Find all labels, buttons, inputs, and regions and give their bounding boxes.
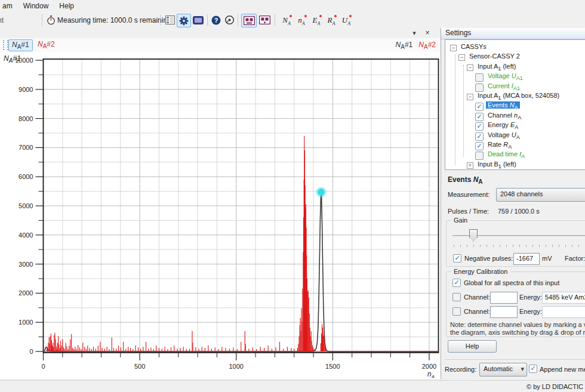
tree-item: −Input A1 (left) xyxy=(467,62,518,72)
svg-text:7000: 7000 xyxy=(19,144,33,151)
calibration-note-line-1: Note: determine channel values by markin… xyxy=(450,321,585,328)
tree-item-label[interactable]: CASSYs xyxy=(459,43,488,50)
gain-groupbox: Gain ✓ Negative pulses: -1667 mV Factor:… xyxy=(446,220,585,267)
help-button[interactable]: Help xyxy=(448,340,497,353)
tree-item: −Sensor-CASSY 2 xyxy=(458,52,522,61)
energy-calibration-groupbox: Energy Calibration ✓ Global for all spec… xyxy=(446,271,585,337)
tree-item-label[interactable]: Input B1 (left) xyxy=(476,160,518,168)
global-spectra-checkbox[interactable]: ✓ xyxy=(452,279,461,287)
negative-pulses-input[interactable]: -1667 xyxy=(513,253,540,265)
plot-area[interactable]: 0100020003000400050006000700080009000100… xyxy=(0,51,441,378)
energy-1-input[interactable]: 5485 keV Am241 xyxy=(542,292,585,304)
copyright-text: © by LD DIDACTIC GmbH xyxy=(526,383,585,390)
channel-button[interactable]: UA xyxy=(339,14,353,26)
peak-marker[interactable] xyxy=(318,189,325,196)
tree-checkbox[interactable]: ✓ xyxy=(475,84,484,92)
pulses-time-value: 759 / 1000.0 s xyxy=(498,208,540,215)
channel-2-checkbox[interactable]: ✓ xyxy=(452,307,461,316)
svg-text:2000: 2000 xyxy=(422,363,436,370)
channel-button[interactable]: NA xyxy=(279,14,294,26)
window-layout-icon[interactable] xyxy=(164,14,176,26)
menu-item-window[interactable]: Window xyxy=(18,0,54,12)
tree-item-label[interactable]: Voltage UA xyxy=(486,131,522,138)
collapse-icon[interactable]: − xyxy=(467,64,473,71)
x-axis-label: nA xyxy=(427,370,435,378)
channel-button[interactable]: nA xyxy=(294,14,309,26)
expand-icon[interactable]: + xyxy=(467,162,473,169)
measuring-time-text: Measuring time: 1000.0 s remaining xyxy=(57,16,171,24)
tree-checkbox[interactable]: ✓ xyxy=(475,103,484,111)
svg-text:?: ? xyxy=(214,17,218,24)
chevron-down-icon[interactable]: ▾ xyxy=(410,29,419,37)
channel-1-checkbox[interactable]: ✓ xyxy=(452,293,461,301)
new-value-dot xyxy=(319,15,322,17)
cassy-module-2-icon[interactable] xyxy=(257,14,272,26)
measurement-select[interactable]: 2048 channels xyxy=(496,188,585,202)
collapse-icon[interactable]: − xyxy=(450,45,457,51)
chart-tab[interactable]: NA#2 xyxy=(35,39,58,50)
channel-button[interactable]: RA xyxy=(324,14,338,26)
energy-2-input[interactable] xyxy=(542,306,585,318)
negative-pulses-checkbox[interactable]: ✓ xyxy=(453,254,461,263)
settings-gear-icon[interactable] xyxy=(177,14,191,27)
menu-item-help[interactable]: Help xyxy=(54,0,79,12)
channel-button[interactable]: EA xyxy=(309,14,324,26)
tree-item-label[interactable]: Events NA xyxy=(486,101,520,109)
tree-item-label[interactable]: Dead time tA xyxy=(486,150,526,158)
legend-item: NA#2 xyxy=(418,41,436,49)
tree-checkbox[interactable]: ✓ xyxy=(475,142,484,150)
chart-legend: NA#1NA#2 xyxy=(390,41,436,50)
tree-item: −CASSYs xyxy=(450,42,488,52)
tree-item-label[interactable]: Sensor-CASSY 2 xyxy=(467,53,522,60)
measurement-label: Measurement: xyxy=(448,191,489,198)
gain-slider-thumb[interactable] xyxy=(469,229,478,242)
new-value-dot xyxy=(349,15,352,17)
tree-checkbox[interactable]: ✓ xyxy=(475,113,484,121)
tree-item-label[interactable]: Current IA1 xyxy=(486,82,522,89)
channel-2-input[interactable] xyxy=(490,306,518,318)
settings-title: Settings xyxy=(441,29,471,37)
recording-select[interactable]: Automatic ▾ xyxy=(479,363,527,376)
tree-item: ✓Rate RA xyxy=(475,140,513,150)
chart-tab-strip: NA#1NA#2 NA#1NA#2 xyxy=(0,38,441,52)
tree-item-label[interactable]: Energy EA xyxy=(486,121,520,128)
menu-item-diagram[interactable]: am xyxy=(0,0,18,12)
collapse-icon[interactable]: − xyxy=(467,94,473,100)
tree-item-label[interactable]: Voltage UA1 xyxy=(486,72,525,79)
settings-header: Settings xyxy=(441,28,585,39)
help-icon[interactable]: ? xyxy=(210,14,222,26)
settings-tree: −CASSYs−Sensor-CASSY 2−Input A1 (left)✓V… xyxy=(445,39,585,170)
tree-connector xyxy=(455,54,455,165)
channel-1-input[interactable] xyxy=(490,292,518,304)
toolbar: nt Measuring time: 1000.0 s remaining xyxy=(0,12,585,29)
svg-text:4000: 4000 xyxy=(19,232,33,239)
events-heading: Events NA xyxy=(448,175,483,185)
negative-pulses-unit: mV xyxy=(542,255,552,262)
divider xyxy=(445,359,585,360)
factor-label: Factor: xyxy=(565,255,585,262)
energy-calibration-label: Energy Calibration xyxy=(451,268,510,275)
tree-item-label[interactable]: Rate RA xyxy=(486,141,513,148)
tree-item-label[interactable]: Channel nA xyxy=(486,112,523,119)
support-icon[interactable] xyxy=(223,14,235,26)
tree-item-label[interactable]: Input A1 (MCA box, 524058) xyxy=(476,92,561,99)
drag-handle[interactable] xyxy=(3,40,8,50)
tree-checkbox[interactable]: ✓ xyxy=(475,152,484,160)
svg-text:5000: 5000 xyxy=(19,202,33,209)
measurement-value: 2048 channels xyxy=(500,190,543,197)
tree-checkbox[interactable]: ✓ xyxy=(475,132,484,141)
tree-item: −Input A1 (MCA box, 524058) xyxy=(467,91,561,101)
tree-checkbox[interactable]: ✓ xyxy=(475,73,484,82)
cassy-module-icon[interactable] xyxy=(241,14,257,27)
gain-slider-ticks xyxy=(454,245,585,247)
close-icon[interactable]: × xyxy=(423,29,432,37)
status-bar: © by LD DIDACTIC GmbH xyxy=(0,380,585,392)
chart-tab[interactable]: NA#1 xyxy=(8,39,33,51)
tree-checkbox[interactable]: ✓ xyxy=(475,122,484,131)
recording-value: Automatic xyxy=(484,365,513,372)
gain-label: Gain xyxy=(451,217,470,224)
collapse-icon[interactable]: − xyxy=(458,54,465,61)
display-icon[interactable] xyxy=(192,14,205,26)
append-checkbox[interactable]: ✓ xyxy=(529,365,537,373)
tree-item-label[interactable]: Input A1 (left) xyxy=(476,63,518,70)
